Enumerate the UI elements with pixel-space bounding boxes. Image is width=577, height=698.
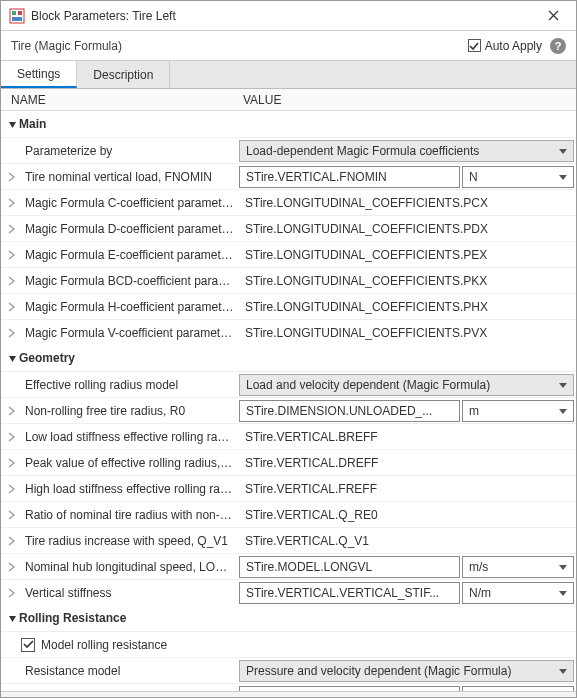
expand-icon [5,354,19,363]
auto-apply-toggle[interactable]: Auto Apply [468,39,542,53]
value-readonly: STire.VERTICAL.Q_RE0 [239,504,574,526]
param-label: Tire radius increase with speed, Q_V1 [21,534,239,548]
value-readonly: STire.VERTICAL.FREFF [239,478,574,500]
chevron-right-icon[interactable] [1,198,21,208]
chevron-right-icon[interactable] [1,458,21,468]
param-label: Non-rolling free tire radius, R0 [21,404,239,418]
chevron-right-icon[interactable] [1,432,21,442]
param-row: Model rolling resistance [1,631,576,657]
chevron-right-icon[interactable] [1,536,21,546]
param-row: Magic Formula C-coefficient parameter,..… [1,189,576,215]
value-readonly: STire.LONGITUDINAL_COEFFICIENTS.PKX [239,270,574,292]
value-input[interactable]: STire.VERTICAL.VERTICAL_STIF... [239,582,460,604]
param-row: Magic Formula D-coefficient parameter...… [1,215,576,241]
param-row: Low load stiffness effective rolling rad… [1,423,576,449]
chevron-right-icon[interactable] [1,276,21,286]
group-title: Geometry [19,351,75,365]
group-title: Main [19,117,46,131]
param-label: Vertical stiffness [21,586,239,600]
unit-select[interactable]: m [462,400,574,422]
param-row: High load stiffness effective rolling ra… [1,475,576,501]
param-label: Magic Formula V-coefficient parameter,..… [21,326,239,340]
unit-select[interactable]: Pa [462,686,574,692]
unit-select[interactable]: m/s [462,556,574,578]
group-title: Rolling Resistance [19,611,126,625]
expand-icon [5,614,19,623]
tab-settings[interactable]: Settings [1,61,77,88]
svg-rect-2 [18,11,22,15]
chevron-right-icon[interactable] [1,510,21,520]
col-value: VALUE [239,93,558,107]
unit-select[interactable]: N/m [462,582,574,604]
value-readonly: STire.VERTICAL.DREFF [239,452,574,474]
param-label: Resistance model [21,664,239,678]
chevron-right-icon[interactable] [1,484,21,494]
param-label: Low load stiffness effective rolling rad… [21,430,239,444]
param-row: Magic Formula V-coefficient parameter,..… [1,319,576,345]
col-name: NAME [1,93,239,107]
value-input[interactable]: STire.VERTICAL.FNOMIN [239,166,460,188]
tab-bar: Settings Description [1,61,576,89]
group-rolling-resistance[interactable]: Rolling Resistance [1,605,576,631]
value-input[interactable]: STire.MODEL.LONGVL [239,556,460,578]
param-row: Peak value of effective rolling radius, … [1,449,576,475]
svg-rect-3 [12,17,22,21]
app-icon [9,8,25,24]
param-row: Tire pressureSTire.OPERATING_CONDITION..… [1,683,576,691]
param-row: Resistance modelPressure and velocity de… [1,657,576,683]
param-row: Tire nominal vertical load, FNOMINSTire.… [1,163,576,189]
close-button[interactable] [538,1,568,31]
value-readonly: STire.LONGITUDINAL_COEFFICIENTS.PEX [239,244,574,266]
column-headers: NAME VALUE [1,89,576,111]
chevron-right-icon[interactable] [1,328,21,338]
param-row: Vertical stiffnessSTire.VERTICAL.VERTICA… [1,579,576,605]
param-row: Magic Formula E-coefficient parameter,..… [1,241,576,267]
unit-select[interactable]: N [462,166,574,188]
chevron-right-icon[interactable] [1,172,21,182]
dropdown[interactable]: Load and velocity dependent (Magic Formu… [239,374,574,396]
dropdown-value: Load-dependent Magic Formula coefficient… [246,144,479,158]
expand-icon [5,120,19,129]
group-geometry[interactable]: Geometry [1,345,576,371]
auto-apply-checkbox[interactable] [468,39,481,52]
subheader: Tire (Magic Formula) Auto Apply ? [1,31,576,61]
chevron-right-icon[interactable] [1,562,21,572]
parameter-table[interactable]: MainParameterize byLoad-dependent Magic … [1,111,576,691]
param-row: Magic Formula H-coefficient parameter...… [1,293,576,319]
value-readonly: STire.LONGITUDINAL_COEFFICIENTS.PDX [239,218,574,240]
chevron-right-icon[interactable] [1,224,21,234]
help-button[interactable]: ? [550,38,566,54]
chevron-right-icon[interactable] [1,250,21,260]
chevron-right-icon[interactable] [1,588,21,598]
value-readonly: STire.LONGITUDINAL_COEFFICIENTS.PVX [239,322,574,344]
chevron-right-icon[interactable] [1,406,21,416]
param-label: Tire nominal vertical load, FNOMIN [21,170,239,184]
value-readonly: STire.VERTICAL.BREFF [239,426,574,448]
dropdown[interactable]: Load-dependent Magic Formula coefficient… [239,140,574,162]
param-label: Magic Formula BCD-coefficient paramet... [21,274,239,288]
svg-rect-1 [12,11,16,15]
param-label: Nominal hub longitudinal speed, LONGVL [21,560,239,574]
param-label: Peak value of effective rolling radius, … [21,456,239,470]
checkbox[interactable] [21,638,35,652]
param-label: Magic Formula E-coefficient parameter,..… [21,248,239,262]
footer [1,691,576,697]
param-label: Magic Formula D-coefficient parameter... [21,222,239,236]
param-row: Magic Formula BCD-coefficient paramet...… [1,267,576,293]
auto-apply-label: Auto Apply [485,39,542,53]
tab-description[interactable]: Description [77,61,170,88]
param-row: Effective rolling radius modelLoad and v… [1,371,576,397]
dropdown[interactable]: Pressure and velocity dependent (Magic F… [239,660,574,682]
block-type-label: Tire (Magic Formula) [11,39,468,53]
param-row: Non-rolling free tire radius, R0STire.DI… [1,397,576,423]
window-title: Block Parameters: Tire Left [31,9,538,23]
param-label: Effective rolling radius model [21,378,239,392]
chevron-right-icon[interactable] [1,302,21,312]
titlebar: Block Parameters: Tire Left [1,1,576,31]
param-label: Ratio of nominal tire radius with non-ro… [21,508,239,522]
param-row: Parameterize byLoad-dependent Magic Form… [1,137,576,163]
group-main[interactable]: Main [1,111,576,137]
param-label: Magic Formula H-coefficient parameter... [21,300,239,314]
param-row: Tire radius increase with speed, Q_V1STi… [1,527,576,553]
value-input[interactable]: STire.DIMENSION.UNLOADED_... [239,400,460,422]
